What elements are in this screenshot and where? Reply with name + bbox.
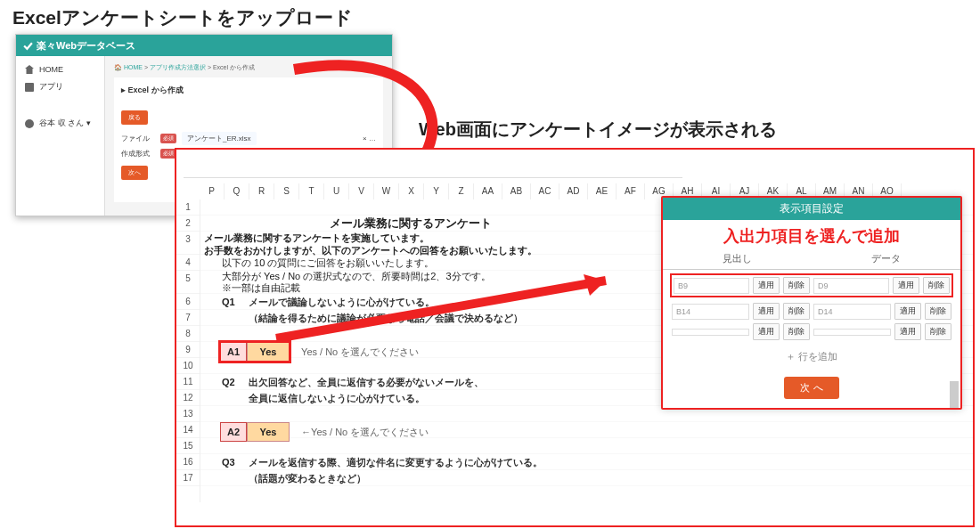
a2-label: A2 <box>220 422 247 442</box>
row3-heading-input[interactable] <box>672 329 749 336</box>
sidebar-item-apps[interactable]: アプリ <box>16 77 104 96</box>
row2-d-delete[interactable]: 削除 <box>925 303 951 320</box>
add-row-button[interactable]: ＋ 行を追加 <box>663 346 960 368</box>
row2-h-delete[interactable]: 削除 <box>783 303 810 320</box>
a2-hint: ←Yes / No を選んでください <box>301 427 429 437</box>
row1-d-apply[interactable]: 適用 <box>893 277 919 294</box>
tab-data[interactable]: データ <box>812 248 960 270</box>
product-logo: 楽々Webデータベース <box>23 39 135 53</box>
filename-display[interactable]: アンケート_ER.xlsx <box>182 132 257 145</box>
row2-heading-input[interactable]: B14 <box>672 304 749 320</box>
row1-data-input[interactable]: D9 <box>813 278 889 294</box>
q3-line2: （話題が変わるときなど） <box>200 470 973 486</box>
file-row: ファイル 必須 アンケート_ER.xlsx × … <box>121 132 376 145</box>
breadcrumb-home[interactable]: 🏠 HOME <box>114 64 143 70</box>
breadcrumb-leaf: Excel から作成 <box>213 64 255 70</box>
annotation-title-upload: Excelアンケートシートをアップロード <box>12 5 353 30</box>
dialog-title: 表示項目設定 <box>663 198 960 220</box>
a1-label: A1 <box>220 342 247 362</box>
row3-h-delete[interactable]: 削除 <box>783 323 810 340</box>
a2-value[interactable]: Yes <box>247 422 290 442</box>
back-button[interactable]: 戻る <box>121 110 148 125</box>
q3-line1: Q3メールを返信する際、適切な件名に変更するように心がけている。 <box>200 454 973 470</box>
display-settings-dialog: 表示項目設定 入出力項目を選んで追加 見出し データ B9 適用 削除 D9 適… <box>661 196 962 410</box>
upload-sidebar: HOME アプリ 谷本 収 さん ▾ <box>16 56 105 216</box>
annotation-title-web: Web画面にアンケートイメージが表示される <box>419 118 777 142</box>
row3-d-delete[interactable]: 削除 <box>925 323 951 340</box>
row2-d-apply[interactable]: 適用 <box>894 303 921 320</box>
mapping-row1-highlight: B9 適用 削除 D9 適用 削除 <box>670 273 953 297</box>
row3-data-input[interactable] <box>813 329 891 336</box>
tab-heading[interactable]: 見出し <box>663 248 812 270</box>
row-headers: 1234567891011121314151617 <box>176 199 200 502</box>
breadcrumb: 🏠 HOME > アプリ作成方法選択 > Excel から作成 <box>114 63 383 72</box>
row3-d-apply[interactable]: 適用 <box>894 323 921 340</box>
user-icon <box>25 119 34 128</box>
sidebar-item-user[interactable]: 谷本 収 さん ▾ <box>16 114 104 133</box>
dialog-next-button[interactable]: 次 へ <box>784 377 838 399</box>
home-icon <box>25 65 34 74</box>
folder-icon <box>25 83 34 92</box>
row2-h-apply[interactable]: 適用 <box>753 303 780 320</box>
breadcrumb-mid[interactable]: アプリ作成方法選択 <box>150 64 206 70</box>
sidebar-item-home[interactable]: HOME <box>16 61 104 77</box>
upload-window-header: 楽々Webデータベース <box>16 35 392 56</box>
a2-row[interactable]: A2 Yes ←Yes / No を選んでください <box>200 422 973 438</box>
row2-data-input[interactable]: D14 <box>813 304 891 320</box>
section-title: ▸ Excel から作成 <box>121 85 376 96</box>
formula-bar[interactable] <box>184 155 682 178</box>
row1-h-apply[interactable]: 適用 <box>753 277 780 294</box>
row1-d-delete[interactable]: 削除 <box>923 277 950 294</box>
a1-value[interactable]: Yes <box>247 342 290 362</box>
a1-hint: Yes / No を選んでください <box>301 346 419 357</box>
row1-heading-input[interactable]: B9 <box>674 278 749 294</box>
excel-preview-panel: PQRSTUVWXYZAAABACADAEAFAGAHAIAJAKALAMANA… <box>175 148 975 527</box>
callout-text: 入出力項目を選んで追加 <box>663 220 960 248</box>
row1-h-delete[interactable]: 削除 <box>783 277 810 294</box>
row3-h-apply[interactable]: 適用 <box>753 323 780 340</box>
dialog-scrollbar[interactable] <box>950 198 959 408</box>
next-button-small[interactable]: 次へ <box>121 166 148 180</box>
